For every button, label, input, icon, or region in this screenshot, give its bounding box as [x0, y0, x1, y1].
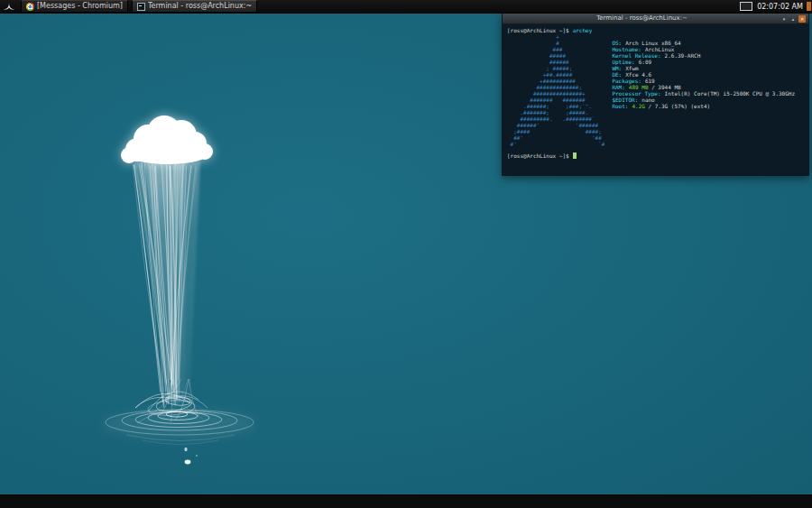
top-panel: [Messages - Chromium] Terminal - ross@Ar…	[0, 0, 812, 14]
info-value: / 3944 MB	[649, 84, 681, 90]
terminal-icon	[137, 3, 145, 11]
info-value: ArchLinux	[645, 46, 675, 52]
system-info-line: $EDITOR:nano	[612, 97, 795, 103]
terminal-cursor	[573, 152, 577, 159]
command-line: [ross@ArchLinux ~]$archey	[507, 27, 804, 33]
window-title: Terminal - ross@ArchLinux:~	[505, 14, 779, 23]
terminal-window: Terminal - ross@ArchLinux:~ ▾ ▴ ✕ [ross@…	[502, 13, 809, 176]
taskbar-label-chromium: [Messages - Chromium]	[37, 2, 123, 11]
info-label: Packages:	[612, 78, 641, 84]
info-label: OS:	[612, 40, 622, 46]
arch-menu-button[interactable]	[0, 0, 18, 13]
info-label: Hostname:	[612, 46, 641, 52]
info-value: Xfwm	[625, 65, 638, 71]
system-info-line: WM:Xfwm	[612, 65, 795, 71]
cloud-glow	[121, 115, 213, 164]
info-value: Intel(R) Core(TM) i5-2500K CPU @ 3.30GHz	[665, 90, 796, 97]
vortex	[106, 392, 254, 445]
info-label: Root:	[612, 103, 628, 109]
desktop: [Messages - Chromium] Terminal - ross@Ar…	[0, 0, 812, 508]
info-label: Processor Type:	[612, 90, 660, 97]
cloud	[121, 115, 213, 164]
pager-applet[interactable]	[807, 2, 811, 11]
system-info-line: Root:4.2G / 7.3G (57%) (ext4)	[612, 103, 795, 109]
info-label: $EDITOR:	[612, 97, 638, 103]
rain-stream	[135, 162, 200, 406]
archey-output: + # ### ##### ###### ; #####; +##.##### …	[507, 33, 804, 147]
info-value: 2.6.39-ARCH	[665, 52, 701, 59]
shell-prompt: [ross@ArchLinux ~]$	[507, 152, 569, 159]
info-value: Xfce 4.6	[625, 71, 651, 78]
info-value: Arch Linux x86_64	[625, 40, 680, 46]
arch-ascii-logo: + # ### ##### ###### ; #####; +##.##### …	[507, 33, 604, 147]
info-label: DE:	[612, 71, 622, 78]
system-info: OS:Arch Linux x86_64 Hostname:ArchLinux …	[612, 40, 795, 109]
command-text: archey	[573, 27, 593, 33]
system-info-line: Uptime:6:09	[612, 59, 795, 65]
status-bar: Time: 02:07:01 AM July 28, 2011 Kernel: …	[0, 494, 812, 508]
vortex-glow	[103, 410, 256, 439]
chromium-icon	[26, 3, 34, 11]
system-info-line: Hostname:ArchLinux	[612, 46, 795, 52]
current-prompt-line: [ross@ArchLinux ~]$	[507, 152, 804, 159]
info-value: nano	[641, 97, 654, 103]
info-highlight: 489 MB	[629, 84, 649, 90]
clock[interactable]: 02:07:02 AM	[757, 3, 803, 11]
terminal-content[interactable]: [ross@ArchLinux ~]$archey + # ### ##### …	[503, 24, 808, 175]
maximize-button[interactable]: ▴	[789, 15, 797, 23]
system-info-line: RAM:489 MB / 3944 MB	[612, 84, 795, 90]
shell-prompt: [ross@ArchLinux ~]$	[507, 27, 569, 33]
taskbar-label-terminal: Terminal - ross@ArchLinux:~	[148, 2, 252, 11]
rain-lines	[133, 162, 220, 423]
info-label: WM:	[612, 65, 622, 71]
info-highlight: 4.2G	[632, 103, 644, 109]
info-value: 619	[645, 78, 655, 84]
terminal-titlebar[interactable]: Terminal - ross@ArchLinux:~ ▾ ▴ ✕	[503, 14, 808, 24]
info-value: 6:09	[639, 59, 651, 65]
system-info-line: Processor Type:Intel(R) Core(TM) i5-2500…	[612, 90, 795, 97]
close-button[interactable]: ✕	[798, 15, 806, 23]
minimize-button[interactable]: ▾	[780, 15, 788, 23]
droplets	[184, 448, 198, 465]
info-label: RAM:	[612, 84, 624, 90]
taskbar-button-terminal[interactable]: Terminal - ross@ArchLinux:~	[132, 0, 257, 13]
system-info-line: Kernel Release:2.6.39-ARCH	[612, 52, 795, 59]
info-label: Kernel Release:	[612, 52, 660, 59]
system-info-line: DE:Xfce 4.6	[612, 71, 795, 78]
info-value: / 7.3G (57%) (ext4)	[645, 103, 710, 109]
system-info-line: OS:Arch Linux x86_64	[612, 40, 795, 46]
info-label: Uptime:	[612, 59, 634, 65]
arch-logo-icon	[3, 1, 15, 12]
system-info-line: Packages:619	[612, 78, 795, 84]
tray-monitor-icon[interactable]	[740, 2, 752, 11]
taskbar-button-chromium[interactable]: [Messages - Chromium]	[21, 0, 128, 13]
